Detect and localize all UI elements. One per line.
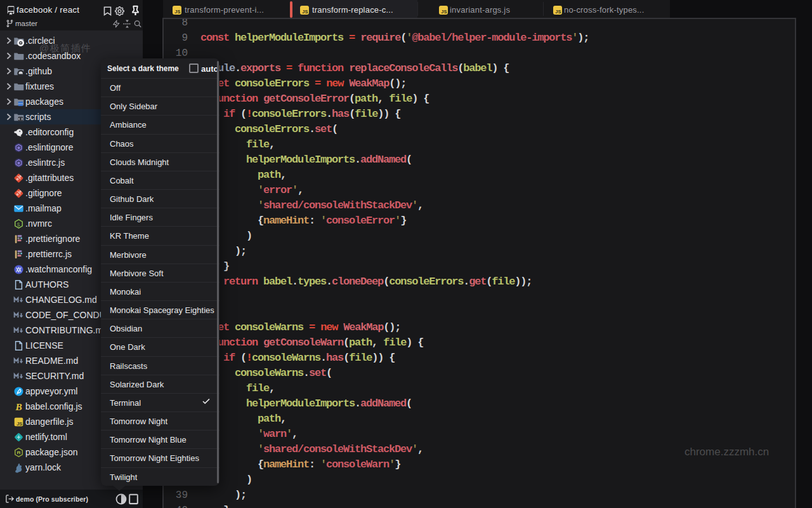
svg-text:JS: JS (16, 420, 22, 426)
svg-text:B: B (15, 401, 22, 412)
